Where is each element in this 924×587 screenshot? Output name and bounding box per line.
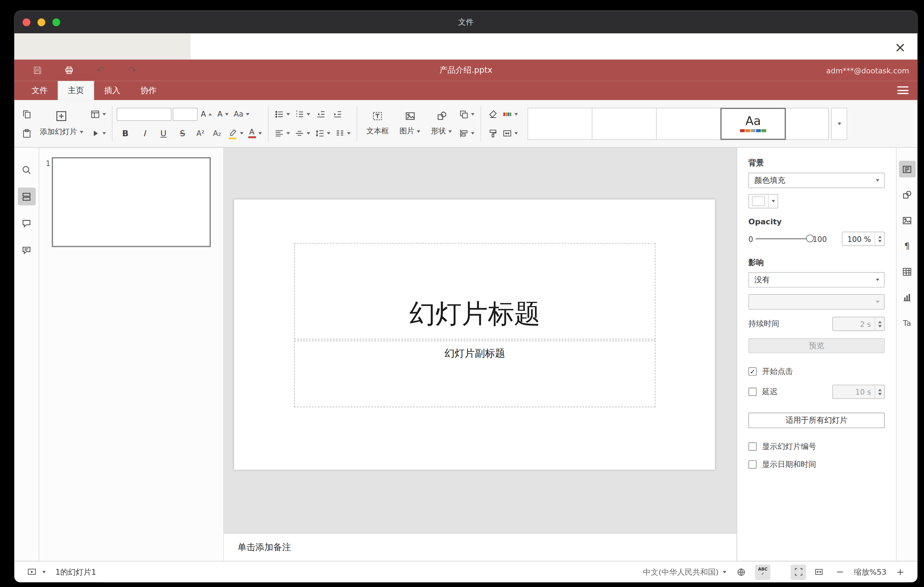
zoom-window-button[interactable] — [52, 18, 60, 26]
decrease-font-button[interactable]: A — [215, 106, 231, 122]
strikethrough-icon: S — [175, 128, 190, 138]
fit-width-button[interactable] — [811, 564, 827, 580]
align-left-icon — [274, 128, 284, 138]
line-spacing-button[interactable] — [313, 125, 332, 141]
copy-button[interactable] — [19, 106, 35, 122]
background-color-picker[interactable] — [749, 194, 778, 209]
tab-insert[interactable]: 插入 — [94, 81, 130, 100]
italic-button[interactable]: I — [135, 125, 153, 141]
bullets-button[interactable] — [272, 106, 291, 122]
close-window-button[interactable] — [23, 18, 30, 26]
insert-shape-button[interactable]: 形状 — [426, 100, 457, 147]
minimize-window-button[interactable] — [38, 18, 45, 26]
start-on-click-checkbox[interactable]: ✓ — [749, 367, 757, 376]
change-layout-button[interactable] — [89, 106, 107, 122]
slides-panel-button[interactable] — [18, 188, 35, 205]
shape-settings-button[interactable] — [899, 186, 915, 203]
add-slide-button[interactable]: 添加幻灯片 — [35, 100, 88, 147]
increase-font-button[interactable]: A — [199, 106, 214, 122]
arrange-shape-button[interactable] — [457, 106, 476, 122]
image-settings-button[interactable] — [899, 212, 915, 229]
close-icon[interactable]: × — [891, 38, 909, 56]
strikethrough-button[interactable]: S — [173, 125, 191, 141]
color-scheme-button[interactable] — [501, 106, 520, 122]
slide-editor[interactable]: 幻灯片标题 幻灯片副标题 — [234, 200, 715, 470]
table-settings-button[interactable] — [899, 263, 915, 280]
background-fill-select[interactable]: 颜色填充 — [749, 173, 885, 188]
start-on-click-checkbox-row[interactable]: ✓ 开始点击 — [749, 366, 885, 377]
columns-button[interactable] — [333, 125, 352, 141]
tab-file[interactable]: 文件 — [21, 81, 58, 100]
horizontal-align-button[interactable] — [272, 125, 291, 141]
highlight-color-button[interactable] — [226, 125, 245, 141]
chevron-down-icon[interactable] — [42, 571, 46, 573]
font-color-button[interactable]: A — [246, 125, 263, 141]
increase-indent-button[interactable] — [330, 106, 345, 122]
show-date-time-row[interactable]: 显示日期和时间 — [749, 459, 885, 470]
vertical-align-button[interactable] — [293, 125, 312, 141]
slide-settings-button[interactable] — [899, 161, 915, 177]
copy-style-button[interactable] — [485, 125, 501, 141]
clear-style-button[interactable] — [485, 106, 501, 122]
increase-indent-icon — [332, 109, 342, 119]
search-button[interactable] — [18, 161, 35, 179]
superscript-button[interactable]: A² — [193, 125, 208, 141]
show-date-time-checkbox[interactable] — [749, 460, 757, 469]
tab-home[interactable]: 主页 — [58, 81, 94, 100]
paragraph-settings-button[interactable]: ¶ — [899, 238, 915, 254]
zoom-in-button[interactable]: + — [893, 566, 908, 577]
textart-settings-button[interactable]: Ta — [899, 314, 915, 331]
change-case-button[interactable]: Aa — [232, 106, 251, 122]
paragraph-group — [272, 100, 352, 147]
insert-image-button[interactable]: 图片 — [394, 100, 426, 147]
subscript-button[interactable]: A₂ — [209, 125, 225, 141]
tab-collaboration[interactable]: 协作 — [130, 81, 167, 100]
start-slideshow-statusbar-button[interactable] — [24, 564, 39, 580]
theme-tile[interactable] — [592, 107, 657, 140]
comments-button[interactable] — [18, 214, 35, 232]
theme-tile[interactable] — [656, 107, 721, 140]
slide-size-button[interactable] — [501, 125, 520, 141]
start-slideshow-button[interactable] — [89, 125, 107, 141]
theme-gallery-more-button[interactable] — [831, 107, 847, 140]
effect-select[interactable]: 没有 — [749, 272, 885, 287]
underline-button[interactable]: U — [155, 125, 172, 141]
save-button[interactable] — [30, 63, 45, 78]
decrease-indent-button[interactable] — [313, 106, 328, 122]
menu-hamburger-icon[interactable] — [897, 86, 909, 94]
document-language-button[interactable] — [734, 564, 749, 580]
opacity-slider[interactable] — [756, 238, 810, 239]
theme-tile[interactable] — [785, 107, 829, 140]
chat-button[interactable] — [18, 241, 35, 259]
font-size-combo[interactable] — [172, 107, 197, 120]
zoom-out-button[interactable]: − — [832, 566, 848, 577]
slide-subtitle-placeholder[interactable]: 幻灯片副标题 — [294, 341, 655, 407]
show-slide-number-row[interactable]: 显示幻灯片编号 — [749, 441, 885, 452]
bold-button[interactable]: B — [117, 125, 134, 141]
apply-to-all-slides-button[interactable]: 适用于所有幻灯片 — [749, 412, 885, 428]
undo-button[interactable]: ↶ — [93, 63, 109, 78]
show-slide-number-checkbox[interactable] — [749, 442, 757, 451]
spellcheck-button[interactable]: ABC ✓ — [755, 564, 771, 580]
delay-checkbox[interactable] — [749, 387, 757, 396]
numbering-button[interactable] — [293, 106, 312, 122]
slide-title-placeholder[interactable]: 幻灯片标题 — [294, 243, 655, 340]
theme-tile[interactable] — [528, 107, 592, 140]
chart-settings-button[interactable] — [899, 289, 915, 305]
font-name-combo[interactable] — [117, 107, 171, 120]
delay-checkbox-row[interactable]: 延迟 10 s — [749, 385, 885, 399]
ribbon-tab-bar: 文件 主页 插入 协作 — [15, 81, 918, 100]
align-shape-button[interactable] — [457, 125, 476, 141]
insert-textbox-button[interactable]: 文本框 — [361, 100, 394, 147]
paste-button[interactable] — [19, 125, 35, 141]
slide-thumbnail[interactable] — [52, 157, 211, 247]
opacity-value-input[interactable]: 100 % — [842, 232, 885, 246]
notes-area[interactable]: 单击添加备注 — [224, 533, 736, 561]
spinner-arrows[interactable] — [874, 232, 884, 245]
fit-slide-button[interactable] — [790, 564, 806, 580]
print-button[interactable] — [61, 63, 77, 78]
language-selector[interactable]: 中文(中华人民共和国) — [643, 567, 727, 577]
redo-button[interactable]: ↷ — [124, 63, 140, 78]
theme-tile-selected[interactable]: Aa — [720, 107, 786, 140]
opacity-slider-handle[interactable] — [806, 234, 814, 242]
